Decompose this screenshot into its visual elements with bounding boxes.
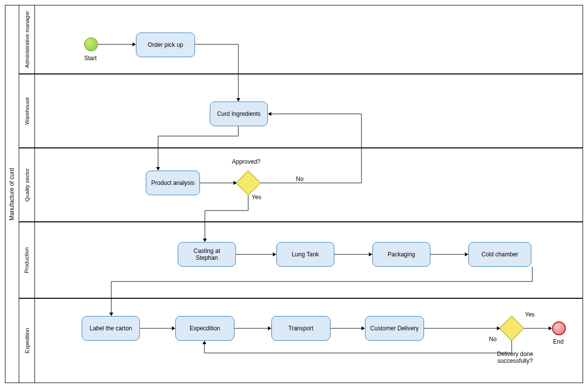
svg-marker-20 (172, 326, 175, 330)
bpmn-diagram: Manufacture of curd Administrative manag… (5, 5, 583, 383)
task-label: Packaging (388, 251, 415, 258)
task-label: Customer Delivery (370, 325, 419, 332)
lane-content-quality: Product analysis Approved? Yes No (35, 148, 583, 221)
svg-marker-6 (156, 167, 160, 171)
task-expedition: Expecdition (175, 316, 234, 341)
svg-marker-12 (273, 252, 276, 256)
task-label: Lung Tank (292, 251, 319, 258)
lane-content-expedition: Label the carton Expecdition Transport C… (35, 299, 583, 383)
lane-title: Expedition (24, 328, 30, 353)
lane-admin: Administrative manager Start Order pick … (19, 5, 583, 74)
task-label: Casting at Stephan (182, 247, 231, 261)
lane-title: Administrative manager (24, 11, 30, 68)
svg-marker-24 (361, 326, 365, 330)
task-label: Order pick up (148, 41, 183, 48)
end-event (552, 321, 566, 335)
pool-label: Manufacture of curd (5, 5, 19, 383)
svg-marker-14 (369, 252, 372, 256)
task-label: Curd Ingredients (217, 110, 261, 117)
gateway-yes-label: Yes (252, 194, 263, 201)
start-event (84, 37, 98, 51)
lane-title: Warehouse (24, 97, 30, 125)
lane-quality: Quality sector Product analysis Approved… (19, 148, 583, 222)
svg-marker-10 (203, 239, 207, 242)
end-label: End (553, 338, 563, 345)
lane-label-expedition: Expedition (19, 299, 35, 383)
svg-marker-4 (268, 112, 271, 116)
gateway-no-label: No (489, 336, 496, 343)
lane-label-quality: Quality sector (19, 148, 35, 221)
svg-marker-16 (465, 252, 468, 256)
lane-label-warehouse: Warehouse (19, 74, 35, 147)
task-cold-chamber: Cold chamber (468, 242, 531, 267)
svg-marker-3 (236, 98, 240, 102)
task-label-carton: Label the carton (82, 316, 140, 341)
task-order-pickup: Order pick up (136, 33, 195, 57)
task-curd-ingredients: Curd Ingredients (210, 102, 268, 126)
lane-title: Production (24, 247, 30, 273)
lane-label-admin: Administrative manager (19, 5, 35, 73)
start-label: Start (84, 55, 97, 62)
task-transport: Transport (271, 316, 330, 341)
gateway-label: Delivery done successfully? (488, 351, 542, 364)
lane-warehouse: Warehouse Curd Ingredients (19, 74, 583, 148)
lane-content-production: Casting at Stephan Lung Tank Packaging C… (35, 222, 583, 298)
gateway-delivery (499, 316, 524, 341)
gateway-yes-label: Yes (525, 311, 537, 318)
task-product-analysis: Product analysis (146, 171, 200, 195)
lane-content-warehouse: Curd Ingredients (35, 74, 583, 147)
task-label: Transport (289, 325, 314, 332)
svg-marker-29 (202, 341, 206, 344)
lane-production: Production Casting at Stephan Lung Tank … (19, 222, 583, 299)
gateway-no-label: No (296, 176, 303, 182)
task-lung-tank: Lung Tank (276, 242, 334, 267)
task-packaging: Packaging (372, 242, 430, 267)
svg-marker-18 (109, 313, 113, 316)
lane-expedition: Expedition Label the carton Expecdition … (19, 299, 583, 383)
svg-marker-22 (268, 326, 271, 330)
task-label: Expecdition (190, 325, 220, 332)
pool-title: Manufacture of curd (9, 168, 16, 220)
svg-marker-28 (549, 326, 552, 330)
gateway-approved (236, 171, 261, 196)
task-label: Label the carton (90, 325, 132, 332)
task-customer-delivery: Customer Delivery (365, 316, 424, 341)
lane-content-admin: Start Order pick up (35, 5, 583, 73)
task-label: Cold chamber (482, 251, 519, 258)
lane-title: Quality sector (24, 168, 30, 201)
lanes-wrapper: Administrative manager Start Order pick … (19, 5, 583, 383)
gateway-label: Approved? (232, 158, 261, 165)
svg-marker-1 (132, 42, 136, 46)
lane-label-production: Production (19, 222, 35, 298)
task-casting: Casting at Stephan (178, 242, 236, 267)
task-label: Product analysis (151, 179, 195, 186)
